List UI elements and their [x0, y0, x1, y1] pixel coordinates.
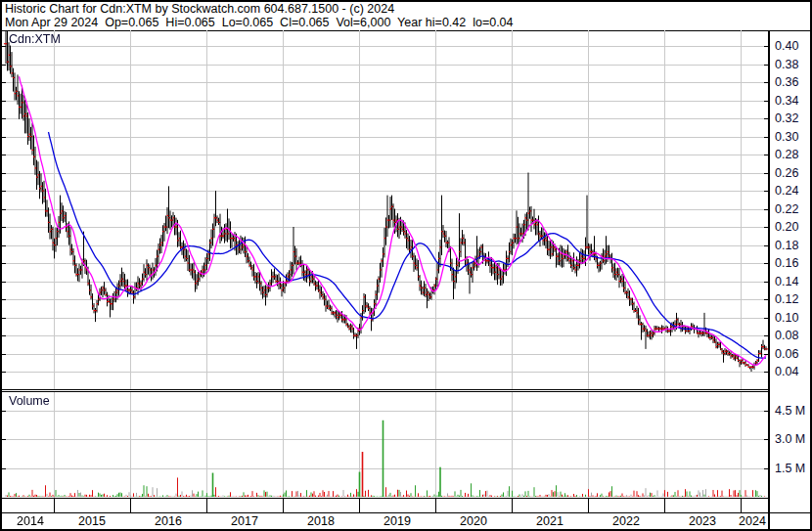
price-tick-label: 0.16: [775, 256, 798, 270]
price-tick-label: 0.18: [775, 239, 798, 252]
price-tick-label: 0.26: [775, 166, 798, 180]
time-axis-separator: [2, 512, 810, 513]
price-tick-label: 0.14: [775, 275, 798, 288]
year-label: 2020: [449, 514, 498, 529]
year-label: 2015: [68, 514, 116, 529]
year-label: 2014: [6, 514, 55, 529]
year-label: 2021: [525, 514, 574, 529]
price-tick-label: 0.24: [775, 184, 798, 198]
year-tick-mark: [54, 499, 55, 512]
year-tick-mark: [588, 499, 589, 512]
year-tick-mark: [283, 499, 284, 512]
year-label: 2019: [373, 514, 422, 529]
year-tick-mark: [206, 499, 207, 512]
year-tick-mark: [435, 499, 436, 512]
price-tick-label: 0.10: [775, 311, 798, 325]
symbol-label: Cdn:XTM: [9, 32, 61, 46]
axis-column-border: [768, 30, 770, 529]
chart-header: Historic Chart for Cdn:XTM by Stockwatch…: [2, 2, 810, 31]
volume-panel-bottom-border: [2, 498, 770, 499]
year-label: 2017: [220, 514, 269, 529]
year-tick-mark: [741, 499, 742, 512]
year-tick-mark: [359, 499, 360, 512]
price-tick-label: 0.12: [775, 292, 798, 306]
price-tick-label: 0.36: [775, 75, 798, 89]
price-tick-label: 0.38: [775, 58, 798, 71]
quote-summary-line: Mon Apr 29 2024 Op=0.065 Hi=0.065 Lo=0.0…: [5, 16, 514, 29]
year-label: 2016: [144, 514, 193, 529]
year-tick-mark: [512, 499, 513, 512]
price-tick-label: 0.28: [775, 148, 798, 161]
price-tick-label: 0.34: [775, 94, 798, 108]
volume-tick-label: 4.5 M: [775, 404, 805, 418]
stockwatch-historic-chart-window: Historic Chart for Cdn:XTM by Stockwatch…: [0, 0, 812, 531]
year-label: 2024: [728, 514, 777, 529]
price-tick-label: 0.06: [775, 347, 798, 361]
chart-title: Historic Chart for Cdn:XTM by Stockwatch…: [5, 2, 394, 16]
year-label: 2023: [678, 514, 727, 529]
volume-label: Volume: [9, 394, 50, 408]
volume-tick-label: 1.5 M: [775, 462, 805, 475]
year-tick-mark: [130, 499, 131, 512]
price-tick-label: 0.22: [775, 202, 798, 216]
price-chart-canvas: [2, 30, 768, 389]
price-tick-label: 0.04: [775, 365, 798, 378]
volume-tick-label: 3.0 M: [775, 432, 805, 446]
price-tick-label: 0.32: [775, 111, 798, 125]
price-tick-label: 0.20: [775, 220, 798, 234]
price-tick-label: 0.08: [775, 329, 798, 342]
price-tick-label: 0.30: [775, 130, 798, 144]
price-tick-label: 0.40: [775, 39, 798, 53]
year-label: 2022: [602, 514, 651, 529]
volume-chart-canvas: [2, 392, 768, 498]
year-label: 2018: [296, 514, 345, 529]
year-tick-mark: [664, 499, 665, 512]
